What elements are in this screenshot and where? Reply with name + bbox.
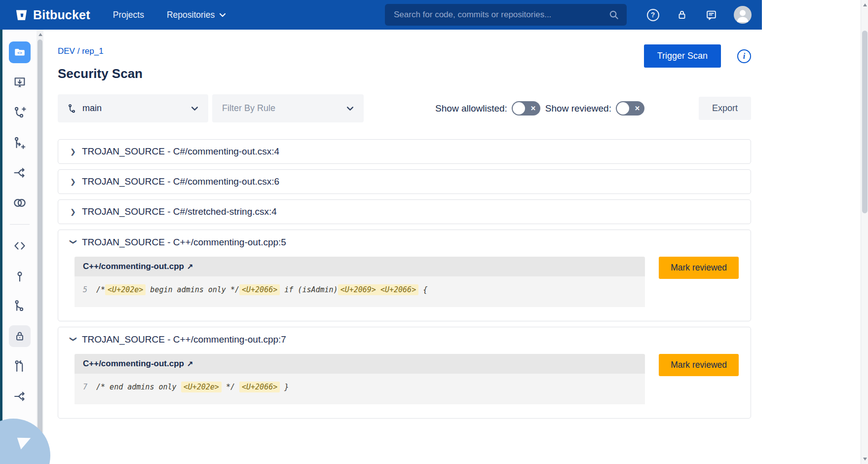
user-avatar[interactable] xyxy=(734,6,752,24)
finding-title: TROJAN_SOURCE - C#/commenting-out.csx:4 xyxy=(82,146,279,157)
line-number: 7 xyxy=(83,383,87,391)
finding-header[interactable]: ❯ TROJAN_SOURCE - C++/commenting-out.cpp… xyxy=(58,230,751,255)
code-segment: */ xyxy=(222,383,239,391)
scroll-down-arrow[interactable] xyxy=(861,455,868,463)
show-reviewed-toggle[interactable]: ✕ xyxy=(616,101,644,116)
unicode-token-highlight: <U+2066> xyxy=(239,284,280,295)
scrollbar-thumb[interactable] xyxy=(862,31,868,213)
code-area: 7 /* end admins only <U+202e> */ <U+2066… xyxy=(75,374,645,404)
finding-detail: C++/commenting-out.cpp↗ 5 /*<U+202e> beg… xyxy=(58,255,751,321)
sidebar-item-compare[interactable] xyxy=(9,192,31,214)
nav-projects[interactable]: Projects xyxy=(113,10,144,20)
finding-row: ❯ TROJAN_SOURCE - C#/commenting-out.csx:… xyxy=(58,169,751,194)
external-link-icon[interactable]: ↗ xyxy=(187,262,193,271)
finding-title: TROJAN_SOURCE - C#/commenting-out.csx:6 xyxy=(82,176,279,187)
help-button[interactable]: ? xyxy=(646,8,659,21)
code-snippet-panel: C++/commenting-out.cpp↗ 5 /*<U+202e> beg… xyxy=(75,257,645,307)
rule-filter-placeholder: Filter By Rule xyxy=(222,103,275,114)
code-area: 5 /*<U+202e> begin admins only */<U+2066… xyxy=(75,276,645,307)
pull-request-icon xyxy=(13,359,27,373)
sidebar-item-branches[interactable] xyxy=(9,295,31,317)
unicode-token-highlight: <U+2069> <U+2066> xyxy=(338,284,419,295)
unicode-token-highlight: <U+202e> xyxy=(105,284,146,295)
file-header: C++/commenting-out.cpp↗ xyxy=(75,354,645,374)
sidebar-item-create-fork[interactable] xyxy=(9,162,31,184)
toggle-group: Show allowlisted: ✕ Show reviewed: ✕ xyxy=(435,101,649,116)
sidebar-item-security-scan[interactable] xyxy=(9,325,31,347)
bitbucket-mark-icon xyxy=(15,8,28,22)
branch-selector[interactable]: main xyxy=(58,94,208,122)
export-button[interactable]: Export xyxy=(699,97,751,120)
sidebar-item-repository-source[interactable]: <> xyxy=(9,41,31,63)
toggle-knob xyxy=(513,102,525,115)
sidebar-item-create-branch[interactable] xyxy=(9,102,31,123)
finding-row-expanded: ❯ TROJAN_SOURCE - C++/commenting-out.cpp… xyxy=(58,327,751,419)
search-input[interactable] xyxy=(394,10,608,20)
breadcrumb-project-link[interactable]: DEV xyxy=(58,46,75,56)
unicode-token-highlight: <U+2066> xyxy=(239,382,280,392)
nav-repositories[interactable]: Repositories xyxy=(167,10,226,20)
page-header: DEV / rep_1 Trigger Scan i Security Scan xyxy=(58,30,751,81)
sidebar-item-clone[interactable] xyxy=(9,72,31,93)
external-link-icon[interactable]: ↗ xyxy=(187,359,193,368)
global-search[interactable] xyxy=(385,4,627,26)
chevron-right-icon: ❯ xyxy=(70,148,77,155)
toggle-off-icon: ✕ xyxy=(530,105,536,112)
sidebar-scrollbar[interactable] xyxy=(37,30,43,464)
branch-icon xyxy=(13,299,27,313)
finding-detail: C++/commenting-out.cpp↗ 7 /* end admins … xyxy=(58,352,751,418)
bitbucket-logo[interactable]: Bitbucket xyxy=(15,8,90,22)
lock-icon xyxy=(676,9,688,21)
feedback-button[interactable] xyxy=(705,8,717,21)
topbar-icons: ? xyxy=(646,6,752,24)
sidebar-item-source-code[interactable] xyxy=(9,235,31,257)
mark-reviewed-button[interactable]: Mark reviewed xyxy=(659,257,739,279)
trigger-scan-button[interactable]: Trigger Scan xyxy=(644,44,721,68)
finding-header[interactable]: ❯ TROJAN_SOURCE - C++/commenting-out.cpp… xyxy=(58,327,751,352)
top-nav: Projects Repositories xyxy=(113,10,226,20)
bitbucket-app: Bitbucket Projects Repositories ? xyxy=(0,0,868,464)
mark-reviewed-button[interactable]: Mark reviewed xyxy=(659,354,739,376)
code-brackets-icon xyxy=(13,239,27,253)
sidebar-item-create-pull-request[interactable] xyxy=(9,132,31,154)
code-snippet-panel: C++/commenting-out.cpp↗ 7 /* end admins … xyxy=(75,354,645,404)
rule-filter-selector[interactable]: Filter By Rule xyxy=(212,94,364,122)
sidebar-scrollbar-thumb[interactable] xyxy=(38,39,42,434)
sidebar-item-commits[interactable] xyxy=(9,265,31,287)
finding-header[interactable]: ❯ TROJAN_SOURCE - C#/stretched-string.cs… xyxy=(58,200,751,224)
file-link[interactable]: C++/commenting-out.cpp xyxy=(83,359,184,368)
commit-icon xyxy=(13,269,27,283)
finding-title: TROJAN_SOURCE - C#/stretched-string.csx:… xyxy=(82,206,277,217)
code-segment: /* xyxy=(96,285,105,294)
finding-header[interactable]: ❯ TROJAN_SOURCE - C#/commenting-out.csx:… xyxy=(58,140,751,163)
sidebar-item-pull-requests[interactable] xyxy=(9,355,31,377)
sidebar-item-forks[interactable] xyxy=(9,386,31,407)
breadcrumb-repo-link[interactable]: rep_1 xyxy=(82,46,103,56)
toggle-knob xyxy=(617,102,629,115)
paper-plane-icon xyxy=(17,434,33,450)
create-branch-icon xyxy=(13,106,27,119)
page-scrollbar[interactable] xyxy=(861,0,868,464)
branch-icon xyxy=(68,104,76,114)
findings-list: ❯ TROJAN_SOURCE - C#/commenting-out.csx:… xyxy=(58,139,751,419)
show-allowlisted-toggle[interactable]: ✕ xyxy=(512,101,540,116)
finding-row: ❯ TROJAN_SOURCE - C#/commenting-out.csx:… xyxy=(58,139,751,164)
file-link[interactable]: C++/commenting-out.cpp xyxy=(83,262,184,271)
finding-header[interactable]: ❯ TROJAN_SOURCE - C#/commenting-out.csx:… xyxy=(58,170,751,193)
scroll-up-arrow[interactable] xyxy=(861,1,868,9)
repository-sidebar: <> xyxy=(2,30,37,464)
search-icon[interactable] xyxy=(608,9,620,21)
finding-title: TROJAN_SOURCE - C++/commenting-out.cpp:5 xyxy=(82,237,286,248)
page-title: Security Scan xyxy=(58,66,751,81)
info-icon[interactable]: i xyxy=(737,49,751,63)
finding-row-expanded: ❯ TROJAN_SOURCE - C++/commenting-out.cpp… xyxy=(58,230,751,321)
security-lock-button[interactable] xyxy=(676,8,688,21)
chevron-down-icon xyxy=(191,106,198,111)
folder-code-icon: <> xyxy=(13,46,26,59)
chevron-down-icon xyxy=(346,106,354,111)
sidebar-scroll-up-arrow[interactable] xyxy=(37,31,44,39)
code-segment: } xyxy=(280,383,289,391)
file-header: C++/commenting-out.cpp↗ xyxy=(75,257,645,276)
code-line: 7 /* end admins only <U+202e> */ <U+2066… xyxy=(83,382,637,392)
line-number: 5 xyxy=(83,285,87,294)
